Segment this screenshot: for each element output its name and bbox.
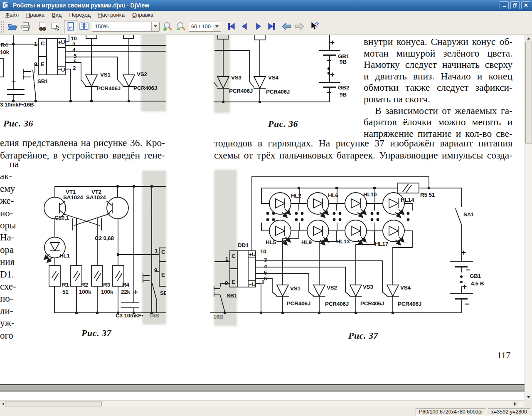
title-bar: Роботы и игрушки своими руками.djvu - Dj… <box>0 0 532 11</box>
document-viewport[interactable]: R410k19CE+U−U1034562SB1VS1PCR406JVS2PCR4… <box>0 35 525 400</box>
scroll-up-button[interactable] <box>525 35 532 42</box>
back-button[interactable] <box>280 20 293 33</box>
horizontal-scroll-thumb[interactable] <box>5 401 102 406</box>
schematic-label: + <box>11 77 16 86</box>
schematic-label: VS1 <box>100 72 111 78</box>
menu-item-file[interactable]: Файл <box>2 12 22 18</box>
schematic-label: R4 <box>122 282 129 288</box>
scroll-down-button[interactable] <box>525 394 532 400</box>
text-line: уж- <box>0 317 18 329</box>
schematic-label: SA1 <box>463 211 474 218</box>
text-line: ли- <box>0 305 18 317</box>
schematic-label: VS2 <box>137 71 147 77</box>
select-button[interactable] <box>49 20 62 33</box>
fig36-left-schematic <box>0 35 165 102</box>
zoom-combobox[interactable]: 150% <box>92 22 160 32</box>
left-page-paragraph: елия представлена на рисунке 36. Кро-бат… <box>0 136 165 161</box>
schematic-label: PCR406J <box>133 85 157 91</box>
schematic-label: 100k <box>101 289 113 295</box>
menu-item-help[interactable]: Справка <box>128 12 157 18</box>
triangle-up-icon <box>527 37 530 40</box>
schematic-label: 4 <box>72 47 75 53</box>
schematic-label: 3 10mkF▪16В <box>0 102 34 108</box>
schematic-label: C10,1 <box>54 215 69 221</box>
restore-button[interactable] <box>510 1 520 9</box>
schematic-label: C <box>41 40 45 47</box>
schematic-label: − <box>327 88 331 97</box>
schematic-label: − <box>465 300 469 309</box>
schematic-label: 4 <box>264 263 267 270</box>
schematic-label: VS2 <box>327 285 337 291</box>
schematic-label: HL1 <box>59 253 70 259</box>
menu-item-go[interactable]: Переход <box>65 12 94 18</box>
schematic-label: 9 <box>225 280 228 286</box>
chevron-down-icon <box>215 25 219 27</box>
page-number-value: 60 / 100 <box>189 23 213 30</box>
zoom-in-icon <box>162 21 173 32</box>
schematic-label: C <box>161 249 165 255</box>
menu-item-edit[interactable]: Правка <box>22 12 48 18</box>
schematic-label: 9 <box>34 61 37 67</box>
close-button[interactable] <box>521 1 530 9</box>
scroll-right-button[interactable] <box>512 401 518 407</box>
zoom-value: 150% <box>92 23 151 30</box>
vertical-scroll-thumb[interactable] <box>525 42 532 144</box>
text-line: ния <box>0 256 18 268</box>
print-button[interactable] <box>19 20 32 33</box>
zoom-in-button[interactable] <box>161 20 174 33</box>
schematic-label: 51 <box>62 289 69 295</box>
schematic-label: PCR406J <box>287 300 310 307</box>
next-page-button[interactable] <box>251 20 265 33</box>
app-icon <box>2 1 10 10</box>
schematic-label: 1 <box>225 256 228 262</box>
minimize-button[interactable] <box>500 1 509 9</box>
find-binoculars-icon <box>37 21 48 32</box>
previous-page-button[interactable] <box>238 20 251 33</box>
first-page-button[interactable] <box>225 20 238 33</box>
schematic-label: 2 <box>261 279 264 285</box>
schematic-label: 16В <box>213 314 223 320</box>
facing-pages-layout-button[interactable] <box>77 20 91 33</box>
page-number-spinner[interactable]: 60 / 100 <box>189 22 221 32</box>
printer-icon <box>20 21 31 32</box>
forward-button[interactable] <box>293 20 306 33</box>
text-line: тодиодов в гирляндах. На рисунке 37 изоб… <box>214 137 512 149</box>
schematic-label: −U <box>58 67 65 73</box>
scrollbar-corner <box>525 400 532 407</box>
single-page-layout-button[interactable] <box>64 20 77 33</box>
context-help-button[interactable]: ? <box>308 20 321 33</box>
text-line: внутри конуса. Снаружи конус об- <box>364 36 512 48</box>
text-line: обмотки также следует зафикси- <box>364 82 512 94</box>
document-page[interactable]: R410k19CE+U−U1034562SB1VS1PCR406JVS2PCR4… <box>0 35 525 384</box>
text-line: В зависимости от желаемых га- <box>364 105 512 117</box>
schematic-label: R5 51 <box>420 192 435 198</box>
zoom-out-button[interactable] <box>174 20 187 33</box>
zoom-dropdown-button[interactable] <box>151 22 159 31</box>
schematic-label: R2 <box>81 282 88 288</box>
vertical-scrollbar[interactable] <box>525 35 532 400</box>
toolbar-drag-handle[interactable] <box>1 20 4 33</box>
triangle-right-icon <box>514 402 516 406</box>
horizontal-scrollbar[interactable] <box>0 400 525 407</box>
schematic-label: 1 <box>34 41 37 47</box>
schematic-label: + <box>461 248 466 257</box>
page-dropdown-button[interactable] <box>213 22 221 31</box>
schematic-label: C2 0,68 <box>95 235 114 241</box>
menu-item-settings[interactable]: Настройка <box>94 12 128 18</box>
text-line: ио- <box>0 207 18 219</box>
page-number: 117 <box>497 350 510 361</box>
scan-shadow <box>215 35 229 112</box>
schematic-label: +U <box>249 251 256 258</box>
chevron-down-icon <box>154 25 157 27</box>
find-button[interactable] <box>36 20 49 33</box>
open-button[interactable] <box>6 20 19 33</box>
schematic-label: 9 <box>154 267 157 273</box>
menu-bar: ФайлПравкаВидПереходНастройкаСправка <box>0 11 532 18</box>
schematic-label: C3 10mkF▪ <box>116 312 143 319</box>
menu-item-view[interactable]: Вид <box>48 12 66 18</box>
select-area-icon <box>50 21 61 32</box>
schematic-label: HL2 <box>291 193 301 199</box>
last-page-button[interactable] <box>265 20 278 33</box>
text-line: по- <box>0 292 18 305</box>
text-line: На- <box>0 231 18 243</box>
